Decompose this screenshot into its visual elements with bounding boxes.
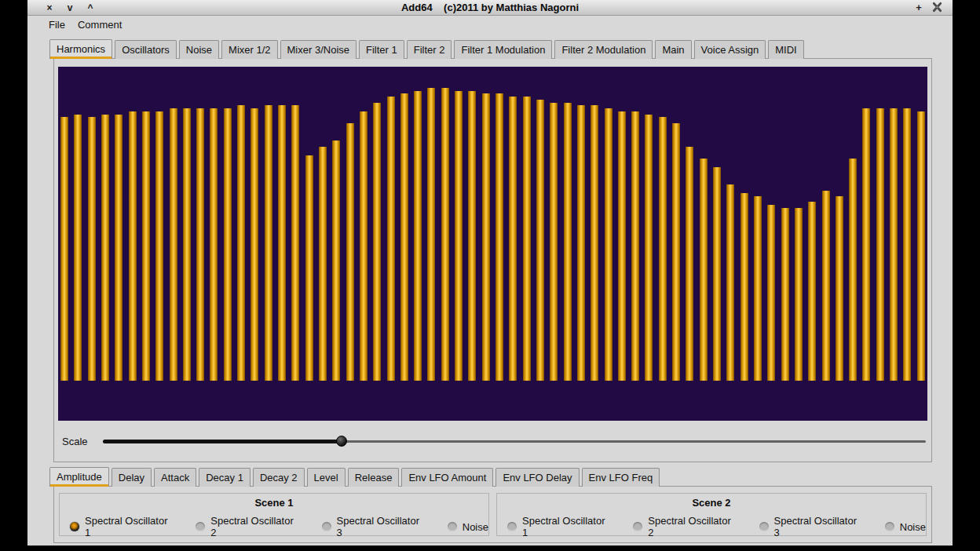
harmonic-bar-42[interactable]	[618, 111, 626, 381]
scene-2-option-spectral-oscillator-3[interactable]: Spectral Oscillator 3	[759, 515, 865, 538]
harmonic-bar-20[interactable]	[319, 147, 327, 381]
tab-decay-2[interactable]: Decay 2	[253, 468, 305, 487]
scene-1-option-noise[interactable]: Noise	[448, 521, 488, 533]
harmonics-chart[interactable]	[58, 67, 927, 421]
radio-selected-icon[interactable]	[70, 522, 79, 531]
harmonic-bar-60[interactable]	[862, 108, 870, 381]
harmonic-bar-25[interactable]	[387, 97, 395, 381]
harmonic-bar-51[interactable]	[740, 193, 748, 381]
harmonic-bar-33[interactable]	[495, 93, 503, 381]
tab-midi[interactable]: MIDI	[768, 40, 803, 59]
harmonic-bar-50[interactable]	[726, 184, 734, 381]
tab-env-lfo-amount[interactable]: Env LFO Amount	[401, 468, 493, 487]
harmonic-bar-62[interactable]	[890, 108, 898, 381]
tab-filter-1-modulation[interactable]: Filter 1 Modulation	[454, 40, 552, 59]
harmonic-bar-46[interactable]	[672, 123, 680, 381]
radio-icon[interactable]	[633, 522, 642, 531]
harmonic-bar-18[interactable]	[291, 105, 299, 381]
harmonic-bar-29[interactable]	[441, 88, 449, 381]
scene-1-option-spectral-oscillator-1[interactable]: Spectral Oscillator 1	[70, 515, 175, 538]
harmonic-bar-16[interactable]	[265, 105, 272, 381]
harmonic-bar-63[interactable]	[903, 108, 911, 381]
radio-icon[interactable]	[322, 522, 331, 531]
tab-env-lfo-delay[interactable]: Env LFO Delay	[495, 468, 579, 487]
harmonic-bar-9[interactable]	[170, 108, 177, 381]
harmonic-bar-59[interactable]	[849, 159, 857, 381]
menu-comment[interactable]: Comment	[72, 17, 127, 32]
harmonic-bar-14[interactable]	[237, 105, 245, 381]
harmonic-bar-32[interactable]	[482, 93, 490, 381]
harmonic-bar-31[interactable]	[468, 91, 476, 381]
harmonic-bar-12[interactable]	[210, 108, 218, 381]
harmonic-bar-8[interactable]	[155, 111, 163, 381]
harmonic-bar-28[interactable]	[427, 88, 435, 381]
harmonic-bar-19[interactable]	[305, 155, 313, 381]
radio-icon[interactable]	[196, 522, 205, 531]
tab-oscillators[interactable]: Oscillators	[115, 40, 177, 59]
harmonic-bar-40[interactable]	[591, 105, 598, 381]
harmonic-bar-13[interactable]	[224, 108, 232, 381]
harmonic-bar-49[interactable]	[713, 167, 721, 381]
scene-2-option-spectral-oscillator-2[interactable]: Spectral Oscillator 2	[633, 515, 738, 538]
harmonic-bar-6[interactable]	[129, 111, 137, 381]
scene-1-option-spectral-oscillator-2[interactable]: Spectral Oscillator 2	[196, 515, 301, 538]
scale-slider[interactable]	[103, 435, 926, 447]
tab-amplitude[interactable]: Amplitude	[49, 467, 109, 487]
tab-release[interactable]: Release	[348, 468, 400, 487]
scene-2-option-noise[interactable]: Noise	[885, 521, 926, 533]
harmonic-bar-44[interactable]	[645, 115, 653, 381]
tab-env-lfo-freq[interactable]: Env LFO Freq	[582, 468, 660, 487]
harmonic-bar-3[interactable]	[88, 117, 96, 381]
harmonic-bar-53[interactable]	[767, 205, 775, 381]
harmonic-bar-15[interactable]	[250, 108, 258, 381]
harmonic-bar-41[interactable]	[605, 108, 612, 381]
harmonic-bar-35[interactable]	[523, 97, 531, 381]
harmonic-bar-64[interactable]	[917, 111, 925, 381]
tab-filter-2[interactable]: Filter 2	[407, 40, 452, 59]
stick-button[interactable]: ^	[86, 1, 95, 15]
harmonic-bar-22[interactable]	[346, 123, 354, 381]
harmonic-bar-55[interactable]	[795, 208, 803, 381]
maximize-button[interactable]: +	[914, 1, 923, 15]
harmonic-bar-26[interactable]	[400, 93, 408, 381]
harmonic-bar-58[interactable]	[836, 196, 843, 381]
harmonic-bar-37[interactable]	[550, 103, 558, 381]
tab-filter-1[interactable]: Filter 1	[359, 40, 404, 59]
harmonic-bar-61[interactable]	[876, 108, 884, 381]
tab-noise[interactable]: Noise	[179, 40, 219, 59]
harmonic-bar-5[interactable]	[115, 115, 122, 381]
scene-1-option-spectral-oscillator-3[interactable]: Spectral Oscillator 3	[322, 515, 427, 538]
harmonic-bar-24[interactable]	[373, 103, 381, 381]
harmonic-bar-7[interactable]	[142, 111, 150, 381]
tab-mixer-3-noise[interactable]: Mixer 3/Noise	[280, 40, 357, 59]
harmonic-bar-36[interactable]	[536, 100, 544, 381]
harmonic-bar-23[interactable]	[360, 111, 368, 381]
harmonic-bar-39[interactable]	[577, 105, 585, 381]
scale-slider-handle[interactable]	[336, 436, 347, 447]
radio-icon[interactable]	[885, 522, 894, 531]
tab-decay-1[interactable]: Decay 1	[199, 468, 250, 487]
tab-level[interactable]: Level	[307, 468, 346, 487]
harmonic-bar-54[interactable]	[781, 208, 789, 381]
tab-delay[interactable]: Delay	[112, 468, 152, 487]
harmonic-bar-27[interactable]	[414, 91, 422, 381]
close-button[interactable]: ×	[45, 1, 54, 15]
harmonic-bar-57[interactable]	[822, 191, 830, 381]
radio-icon[interactable]	[759, 522, 769, 531]
harmonic-bar-30[interactable]	[455, 91, 463, 381]
tab-attack[interactable]: Attack	[154, 468, 196, 487]
radio-icon[interactable]	[507, 522, 517, 531]
harmonic-bar-52[interactable]	[754, 196, 762, 381]
scene-2-option-spectral-oscillator-1[interactable]: Spectral Oscillator 1	[507, 515, 612, 538]
harmonic-bar-48[interactable]	[700, 159, 708, 381]
harmonic-bar-56[interactable]	[808, 202, 816, 381]
harmonic-bar-38[interactable]	[564, 103, 572, 381]
harmonic-bar-1[interactable]	[60, 117, 68, 381]
harmonic-bar-10[interactable]	[183, 108, 191, 381]
harmonic-bar-4[interactable]	[101, 115, 109, 381]
shade-button[interactable]: v	[65, 1, 75, 15]
harmonic-bar-11[interactable]	[196, 108, 204, 381]
tab-harmonics[interactable]: Harmonics	[49, 39, 112, 59]
harmonic-bar-47[interactable]	[686, 147, 693, 381]
tab-filter-2-modulation[interactable]: Filter 2 Modulation	[554, 40, 653, 59]
